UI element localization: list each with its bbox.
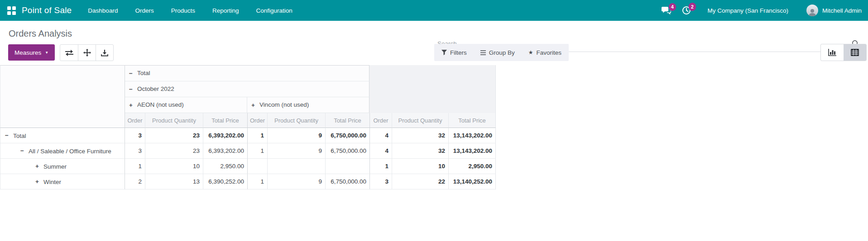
cell[interactable] (325, 159, 369, 174)
top-navbar: Point of Sale Dashboard Orders Products … (0, 0, 868, 21)
measure-product-quantity[interactable]: Product Quantity (392, 113, 448, 128)
cell[interactable]: 6,750,000.00 (325, 143, 369, 159)
menu-item-configuration[interactable]: Configuration (247, 1, 301, 20)
cell[interactable]: 22 (392, 174, 448, 189)
cell[interactable]: 4 (369, 143, 392, 159)
graph-view-button[interactable] (821, 44, 844, 61)
cell[interactable]: 2,950.00 (448, 159, 496, 174)
menu-item-dashboard[interactable]: Dashboard (79, 1, 126, 20)
collapse-icon[interactable]: − (19, 147, 25, 154)
cell[interactable]: 13,140,252.00 (448, 174, 496, 189)
col-header-aeon[interactable]: +AEON (not used) (125, 97, 247, 113)
cell[interactable]: 1 (125, 159, 145, 174)
cell[interactable]: 23 (145, 143, 203, 159)
apps-grid-icon[interactable] (7, 6, 16, 15)
activities-button[interactable]: 2 (682, 6, 691, 15)
col-header-vincom[interactable]: +Vincom (not used) (247, 97, 369, 113)
expand-icon[interactable]: + (34, 178, 40, 185)
cell[interactable]: 32 (392, 128, 448, 143)
bar-chart-icon (828, 49, 836, 56)
cell[interactable]: 2,950.00 (203, 159, 247, 174)
cell[interactable]: 10 (392, 159, 448, 174)
activities-count-badge: 2 (689, 3, 696, 11)
group-by-dropdown[interactable]: Group By (480, 49, 515, 56)
cell[interactable]: 1 (247, 128, 267, 143)
cell[interactable]: 32 (392, 143, 448, 159)
cell[interactable]: 23 (145, 128, 203, 143)
cell[interactable]: 6,390,252.00 (203, 174, 247, 189)
menu-item-products[interactable]: Products (163, 1, 204, 20)
cell[interactable]: 1 (247, 143, 267, 159)
measure-order[interactable]: Order (125, 113, 145, 128)
cell[interactable]: 1 (247, 174, 267, 189)
pivot-table: −Total −October 2022 +AEON (not used) +V… (0, 65, 496, 189)
cell[interactable]: 6,750,000.00 (325, 174, 369, 189)
measure-order[interactable]: Order (369, 113, 392, 128)
messages-button[interactable]: 4 (662, 6, 671, 15)
avatar[interactable] (806, 5, 818, 16)
expand-all-icon (83, 49, 91, 57)
control-panel: Orders Analysis Measures ▼ (0, 21, 868, 65)
cell[interactable]: 3 (125, 143, 145, 159)
pivot-view-button[interactable] (844, 44, 866, 61)
cell[interactable]: 3 (125, 128, 145, 143)
table-row: −Total 3 23 6,393,202.00 1 9 6,750,000.0… (0, 128, 496, 143)
cell[interactable]: 1 (369, 159, 392, 174)
measure-product-quantity[interactable]: Product Quantity (267, 113, 325, 128)
cell[interactable]: 9 (267, 143, 325, 159)
measure-order[interactable]: Order (247, 113, 267, 128)
menu-item-orders[interactable]: Orders (126, 1, 162, 20)
col-header-october-2022[interactable]: −October 2022 (125, 81, 369, 97)
cell[interactable] (247, 159, 267, 174)
expand-icon[interactable]: + (250, 102, 256, 109)
download-button[interactable] (96, 45, 113, 61)
cell[interactable]: 9 (267, 174, 325, 189)
measure-product-quantity[interactable]: Product Quantity (145, 113, 203, 128)
cell[interactable]: 10 (145, 159, 203, 174)
person-icon (808, 8, 817, 16)
cell[interactable]: 2 (125, 174, 145, 189)
cell[interactable]: 3 (369, 174, 392, 189)
company-switcher[interactable]: My Company (San Francisco) (707, 7, 788, 14)
col-header-total[interactable]: −Total (125, 65, 369, 81)
app-title[interactable]: Point of Sale (22, 5, 72, 15)
main-menu: Dashboard Orders Products Reporting Conf… (79, 1, 301, 20)
row-header-all-saleable-office-furniture[interactable]: −All / Saleable / Office Furniture (0, 143, 125, 159)
expand-icon[interactable]: + (34, 163, 40, 170)
cell[interactable]: 13,143,202.00 (448, 128, 496, 143)
expand-all-button[interactable] (78, 45, 96, 61)
row-header-total[interactable]: −Total (0, 128, 125, 143)
collapse-icon[interactable]: − (128, 86, 134, 93)
cell[interactable]: 6,393,202.00 (203, 128, 247, 143)
measure-total-price[interactable]: Total Price (203, 113, 247, 128)
download-icon (101, 49, 108, 57)
favorites-dropdown[interactable]: ★ Favorites (528, 49, 561, 56)
table-row: −All / Saleable / Office Furniture 3 23 … (0, 143, 496, 159)
measure-total-price[interactable]: Total Price (448, 113, 496, 128)
pivot-toolbar (60, 44, 114, 61)
search-options-bar: Filters Group By ★ Favorites (434, 44, 569, 61)
pivot-corner-cell (0, 65, 125, 128)
cell[interactable]: 6,750,000.00 (325, 128, 369, 143)
user-menu[interactable]: Mitchell Admin (822, 7, 862, 14)
cell[interactable]: 4 (369, 128, 392, 143)
favorites-label: Favorites (537, 49, 562, 56)
collapse-icon[interactable]: − (128, 70, 134, 77)
cell[interactable]: 13 (145, 174, 203, 189)
flip-axis-icon (65, 50, 73, 56)
row-header-winter[interactable]: +Winter (0, 174, 125, 189)
row-header-summer[interactable]: +Summer (0, 159, 125, 174)
cell[interactable]: 13,143,202.00 (448, 143, 496, 159)
measures-button[interactable]: Measures ▼ (8, 44, 55, 61)
cell[interactable] (267, 159, 325, 174)
menu-item-reporting[interactable]: Reporting (204, 1, 248, 20)
flip-axis-button[interactable] (60, 45, 78, 61)
measure-total-price[interactable]: Total Price (325, 113, 369, 128)
expand-icon[interactable]: + (128, 102, 134, 109)
measures-button-label: Measures (14, 49, 41, 56)
cell[interactable]: 9 (267, 128, 325, 143)
table-grid-icon (851, 49, 859, 56)
cell[interactable]: 6,393,202.00 (203, 143, 247, 159)
filters-dropdown[interactable]: Filters (441, 49, 467, 56)
collapse-icon[interactable]: − (4, 132, 10, 139)
